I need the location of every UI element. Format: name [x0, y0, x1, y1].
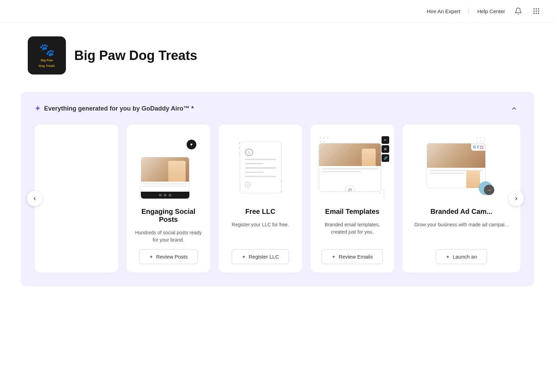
llc-doc: ◎ ↗ [233, 136, 288, 199]
facebook-logo: f [477, 145, 479, 149]
wand-icon-3: ✦ [332, 254, 336, 260]
brand-name: Big Paw Dog Treats [74, 48, 197, 63]
card-4-desc: Grow your business with made ad campai..… [414, 221, 509, 228]
google-logo: G [473, 145, 476, 149]
svg-point-6 [533, 13, 535, 14]
ad-photo-child [466, 171, 480, 188]
email-image-icon: ⊞ [382, 145, 389, 153]
next-arrow-icon[interactable]: → [484, 185, 494, 195]
social-post-controls [141, 192, 189, 199]
collapse-button[interactable] [508, 102, 520, 115]
header: Hire An Expert Help Center [0, 0, 555, 23]
wand-icon-1: ✦ [149, 254, 153, 260]
llc-paper: ◎ ↗ [240, 141, 281, 193]
bell-icon[interactable] [513, 6, 523, 16]
card-ad-campaign: G f ◻ → Branded Ad Cam... Grow your busi… [402, 124, 520, 272]
social-posts-illustration: ♥ [135, 133, 202, 202]
email-at-badge: @ [345, 185, 355, 192]
header-divider [469, 8, 469, 15]
instagram-logo: ◻ [480, 145, 483, 149]
wand-icon-4: ✦ [446, 254, 450, 260]
launch-label: Launch an [453, 254, 477, 260]
email-illustration: @ ✏ ⊞ 🔗 [319, 133, 386, 202]
email-photo [319, 143, 381, 166]
grid-icon[interactable] [531, 6, 541, 16]
svg-point-8 [538, 13, 539, 14]
review-emails-label: Review Emails [339, 254, 373, 260]
svg-point-41 [480, 141, 481, 142]
svg-point-1 [536, 8, 537, 10]
social-post-photo [141, 157, 189, 182]
social-dot-2 [164, 194, 166, 197]
ad-illustration: G f ◻ → [411, 133, 512, 202]
brand-area: 🐾 Big Paw Dog Treats Big Paw Dog Treats [0, 23, 555, 85]
hire-expert-link[interactable]: Hire An Expert [427, 8, 460, 14]
card-2-desc: Register your LLC for free. [232, 221, 289, 228]
svg-point-42 [483, 141, 485, 142]
svg-point-39 [483, 137, 485, 139]
llc-line-2 [245, 163, 264, 164]
launch-button[interactable]: ✦ Launch an [436, 249, 487, 264]
email-screen: @ [319, 143, 381, 192]
ad-line-2 [430, 173, 464, 174]
svg-point-0 [533, 8, 535, 10]
brand-logo-text: Big Paw [41, 59, 53, 63]
register-llc-button[interactable]: ✦ Register LLC [232, 249, 289, 264]
svg-point-33 [383, 189, 385, 191]
wand-icon-2: ✦ [242, 254, 246, 260]
social-dot-3 [169, 194, 171, 197]
svg-point-34 [380, 193, 381, 194]
email-line-1 [322, 168, 378, 169]
card-1-title: Engaging Social Posts [135, 208, 202, 224]
airo-title: ✦ Everything generated for you by GoDadd… [35, 104, 194, 113]
svg-point-5 [538, 10, 539, 12]
llc-paper-icon: ◎ [245, 149, 253, 156]
airo-header: ✦ Everything generated for you by GoDadd… [35, 102, 520, 115]
share-icon: ↗ [245, 182, 250, 188]
llc-illustration: ◎ ↗ [227, 133, 294, 202]
nav-left-button[interactable] [27, 191, 42, 206]
svg-point-40 [476, 141, 478, 142]
post-line-2 [143, 185, 187, 187]
brand-logo: 🐾 Big Paw Dog Treats [28, 36, 66, 75]
nav-right-button[interactable] [509, 191, 524, 206]
email-photo-child [362, 149, 376, 166]
card-partial [35, 124, 118, 272]
cards-container: ♥ [35, 124, 520, 272]
review-posts-button[interactable]: ✦ Review Posts [139, 249, 198, 264]
ad-logos: G f ◻ [471, 143, 485, 151]
social-dot-1 [159, 194, 162, 197]
social-post-image: ♥ [137, 136, 200, 199]
spark-icon: ✦ [35, 104, 41, 113]
airo-title-text: Everything generated for you by GoDaddy … [44, 105, 194, 112]
llc-line-1 [245, 159, 276, 160]
llc-line-4 [245, 172, 264, 173]
register-llc-label: Register LLC [249, 254, 279, 260]
email-illus: @ ✏ ⊞ 🔗 [319, 136, 386, 199]
review-emails-button[interactable]: ✦ Review Emails [322, 249, 383, 264]
card-3-title: Email Templates [325, 208, 379, 216]
card-3-desc: Branded email templates, created just fo… [319, 221, 386, 236]
svg-point-2 [538, 8, 539, 10]
svg-point-3 [533, 10, 535, 12]
paw-icon: 🐾 [39, 43, 55, 57]
svg-point-35 [383, 193, 385, 194]
brand-logo-text2: Dog Treats [39, 64, 55, 68]
llc-line-5 [245, 176, 276, 177]
svg-point-7 [536, 13, 537, 14]
svg-point-36 [383, 196, 385, 198]
review-posts-label: Review Posts [156, 254, 188, 260]
email-line-2 [322, 171, 361, 172]
card-1-desc: Hundreds of social posts ready for your … [135, 229, 202, 244]
card-llc: ◎ ↗ Free LLC Register your LLC for free. [219, 124, 302, 272]
svg-point-29 [323, 141, 325, 142]
help-center-link[interactable]: Help Center [477, 8, 505, 14]
card-email: @ ✏ ⊞ 🔗 Email Templates Branded email te… [310, 124, 394, 272]
email-link-icon: 🔗 [382, 154, 389, 162]
post-line-1 [143, 183, 187, 184]
email-tool-icons: ✏ ⊞ 🔗 [382, 136, 389, 162]
svg-point-38 [480, 137, 481, 139]
ad-illus: G f ◻ → [427, 136, 496, 199]
ad-screen: G f ◻ [427, 143, 486, 188]
svg-point-4 [536, 10, 537, 12]
